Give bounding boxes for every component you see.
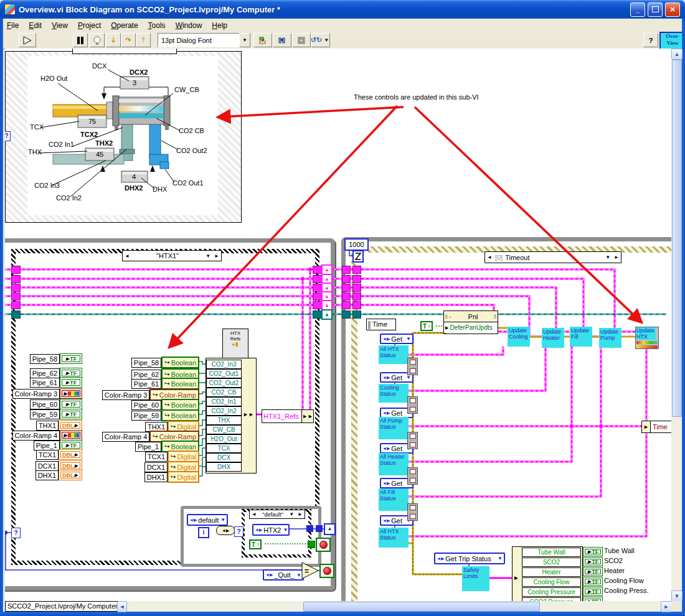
tunnel[interactable] [342,266,351,274]
scroll-down-button[interactable]: ▼ [671,590,683,602]
align-objects-button[interactable]: ▼ [253,33,272,47]
bundle-field[interactable]: CO2_In1 [206,397,242,406]
case-selector-terminal[interactable]: ? [5,131,11,141]
coercion-node[interactable]: ◄▶ [216,526,235,535]
case-selector-terminal[interactable]: ? [11,528,21,538]
bundle-field[interactable]: CO2_In3 [206,360,242,369]
status-block[interactable]: All HTX Status [379,345,409,364]
tf-indicator[interactable]: ▶TF [583,597,603,601]
tunnel[interactable] [342,301,351,309]
tunnel[interactable] [352,292,361,301]
status-block[interactable]: All HTX Status [379,528,409,548]
close-button[interactable]: ✕ [665,2,680,17]
tunnel[interactable] [313,292,322,301]
tf-indicator[interactable]: ▶TF [583,587,603,596]
property-node[interactable]: Pipe_59↪Boolean [92,409,199,421]
pause-button[interactable] [73,33,88,47]
tf-indicator[interactable]: ▶TF [583,567,603,576]
event-case-label[interactable]: ◄ [0] Timeout ▼ ► [484,251,621,263]
highlight-execution-button[interactable] [90,33,105,47]
vertical-scrollbar[interactable]: ▲ ▼ [671,49,682,601]
step-out-button[interactable]: ⇡ [136,33,151,47]
shift-register-icon[interactable]: ▲ [324,523,336,535]
bundle-field[interactable]: DCX [206,453,242,462]
tf-indicator[interactable]: ▶TF [583,557,603,566]
bundle-field[interactable]: DHX [206,462,242,472]
block-diagram-canvas[interactable]: DCX DCX2 3 H2O Out CW_CB TCX 75 TCX2 CO2… [5,49,671,601]
status-block[interactable]: All Fill Status [379,488,409,511]
control-row[interactable]: Pipe_58▶TF [6,353,82,364]
case-prev-icon[interactable]: ◄ [123,253,131,259]
reorder-button[interactable]: ↺↻▼ [311,33,330,47]
execution-target-tab[interactable]: SCCO2_Project.lvproj/My Computer [5,601,119,612]
enum-htx2[interactable]: ◄▶HTX2▼ [252,524,290,536]
tunnel[interactable] [316,525,323,532]
property-node[interactable]: Pipe_58↪Boolean [92,357,199,368]
tunnel[interactable] [11,284,21,292]
menu-file[interactable]: File [2,20,24,31]
chevron-down-icon[interactable]: ▼ [204,253,212,259]
tunnel[interactable] [342,292,351,301]
unbundle-field[interactable]: Cooling Flow [522,577,581,587]
case-selector-label[interactable]: ◄ "HTX1" ▼ ► [122,250,222,261]
tunnel[interactable] [306,525,313,532]
tunnel[interactable] [352,301,361,309]
tunnel[interactable] [313,266,322,274]
bundle-field[interactable]: CO2_Out2 [206,378,242,388]
tf-indicator[interactable]: ▶TF [583,577,603,586]
vi-icon[interactable]: Over-View [659,32,685,50]
property-node[interactable]: Pipe_61↪Boolean [92,378,199,390]
pnl-property-node[interactable]: ▯→ Pnl ▯ ▶ DeferPanUpdts [443,310,498,334]
title-bar[interactable]: Overview.vi Block Diagram on SCCO2_Proje… [0,0,685,19]
control-row[interactable]: Color-Ramp 3▶ [6,388,82,399]
true-constant[interactable]: T? [420,321,433,331]
update-htx-subvi[interactable]: Update HTX [635,327,659,349]
menu-window[interactable]: Window [171,20,207,31]
htx-refs-subvi-icon[interactable]: HTXRefs ▸▮ [222,329,248,358]
tunnel[interactable] [352,266,361,274]
tunnel[interactable] [313,284,322,292]
local-variable-time[interactable]: ► Time [641,421,671,433]
equal-node[interactable]: = [302,562,319,579]
tunnel[interactable] [342,284,351,292]
chevron-down-icon[interactable]: ▼ [603,254,612,260]
control-row[interactable]: THX1DBL▶ [6,420,82,431]
enum-default[interactable]: ◄▶default▼ [187,514,228,526]
unbundle-field[interactable]: Heater [522,567,581,577]
merge-errors-node[interactable] [407,432,418,449]
iteration-terminal[interactable]: i [198,527,209,538]
case-next-icon[interactable]: ► [612,254,621,260]
update-heater-subvi[interactable]: Update Heater [542,328,564,348]
scroll-up-button[interactable]: ▲ [671,49,683,60]
enum-quit[interactable]: ◄▶_Quit_▼ [263,569,304,581]
horizontal-scroll-thumb[interactable] [303,602,540,612]
minimize-button[interactable]: _ [630,2,645,17]
distribute-objects-button[interactable]: ▼ [273,33,291,47]
control-row[interactable]: Pipe_60▶TF [6,399,82,409]
safety-limits-block[interactable]: Safety Limits [462,566,489,591]
control-row[interactable]: TCX1DBL▶ [6,449,82,460]
menu-operate[interactable]: Operate [106,20,143,31]
tunnel[interactable] [352,284,361,292]
timeout-terminal[interactable] [353,251,364,263]
get-trip-status-enum[interactable]: ◄▶Get Trip Status▼ [434,553,505,564]
font-selector[interactable]: 13pt Dialog Font [158,33,243,47]
tunnel[interactable] [313,301,322,309]
control-row[interactable]: Color-Ramp 4▶ [6,430,82,441]
tunnel[interactable] [342,275,351,283]
tunnel[interactable] [11,275,21,283]
tunnel[interactable] [313,275,322,283]
case-prev-icon[interactable]: ◄ [485,254,494,260]
loop-condition-stop[interactable] [319,564,334,578]
case-next-icon[interactable]: ► [212,253,221,259]
bundle-field[interactable]: CW_CB [206,425,242,434]
bundle-field[interactable]: TCX [206,444,242,453]
merge-errors-node[interactable] [407,467,418,485]
unbundle-field[interactable]: Cooling Pressure [522,587,581,597]
tunnel[interactable] [308,541,315,548]
inner-case-label[interactable]: ◄"default"▼► [249,510,305,519]
scroll-left-button[interactable]: ◄ [117,601,127,612]
bundle-field[interactable]: CO2_CB [206,388,242,397]
local-variable-htx1-refs[interactable]: HTX1_Refs ►► [262,409,314,423]
control-row[interactable]: DHX1DBL▶ [6,470,82,480]
